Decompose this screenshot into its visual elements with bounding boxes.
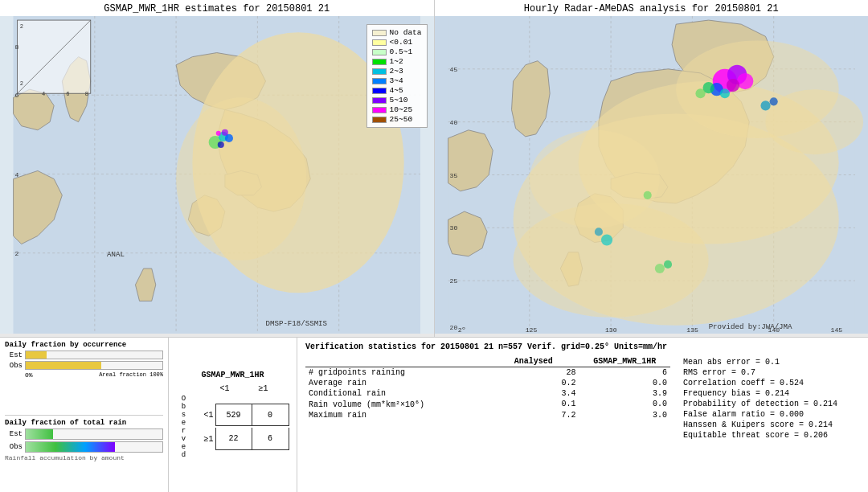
row-ge1-label: ≥1 — [194, 435, 214, 444]
legend-box: No data <0.01 0.5~1 1~2 — [366, 24, 428, 128]
stats-row-3: Rain volume (mm*km²×10⁶)0.10.0 — [305, 399, 670, 410]
legend-color-lt001 — [372, 39, 387, 46]
left-map-area: 2 2 4 6 8 8 6 4 2 ANAL DMSP-F18/SSMIS — [0, 16, 434, 334]
legend-label-2-3: 2~3 — [390, 67, 403, 76]
cell-lt1-lt1: 529 — [215, 404, 252, 426]
right-map-area: 45 40 35 30 25 20 125 130 135 140 145 2º… — [435, 16, 869, 334]
right-map-title: Hourly Radar-AMeDAS analysis for 2015080… — [435, 0, 869, 16]
occurrence-chart-title: Daily fraction by occurrence — [5, 341, 163, 349]
legend-label-4-5: 4~5 — [390, 86, 403, 95]
svg-text:125: 125 — [525, 326, 537, 334]
est-occurrence-bar — [25, 351, 163, 359]
obs-vertical-v: v — [182, 435, 186, 443]
right-stat-6: Hanssen & Kuipers score = 0.214 — [683, 420, 860, 429]
est-rain-label: Est — [5, 430, 23, 438]
bottom-row: Daily fraction by occurrence Est Obs 0% … — [0, 338, 868, 492]
legend-2-3: 2~3 — [372, 67, 422, 76]
legend-4-5: 4~5 — [372, 86, 422, 95]
svg-text:8: 8 — [15, 43, 19, 51]
col-ge1-header: ≥1 — [244, 384, 283, 393]
stats-col-anal-header: Analysed — [488, 356, 579, 367]
right-stat-7: Equitable threat score = 0.206 — [683, 431, 860, 440]
obs-occurrence-row: Obs — [5, 361, 163, 370]
legend-color-10-25 — [372, 107, 387, 113]
col-lt1-header: <1 — [206, 384, 244, 393]
svg-text:2: 2 — [15, 250, 19, 257]
svg-point-48 — [726, 79, 739, 92]
stats-row-1: Average rain0.20.0 — [305, 378, 670, 388]
legend-color-05-1 — [372, 49, 387, 55]
svg-text:6: 6 — [66, 91, 69, 97]
svg-text:2: 2 — [20, 80, 23, 87]
stats-row-anal-1: 0.2 — [488, 378, 579, 388]
legend-no-data: No data — [372, 28, 422, 37]
obs-vertical-e: e — [182, 419, 186, 427]
svg-text:8: 8 — [85, 91, 88, 97]
right-stat-5: False alarm ratio = 0.000 — [683, 410, 860, 419]
right-stat-1: RMS error = 0.7 — [683, 368, 860, 377]
svg-text:135: 135 — [686, 326, 698, 334]
rain-chart-section: Daily fraction of total rain Est Obs Rai… — [5, 419, 163, 490]
legend-05-1: 0.5~1 — [372, 47, 422, 56]
svg-point-53 — [760, 100, 770, 110]
svg-text:2º: 2º — [457, 326, 465, 334]
right-map-svg: 45 40 35 30 25 20 125 130 135 140 145 2º… — [435, 16, 869, 334]
obs-vertical-s: s — [182, 411, 186, 419]
obs-rain-bar — [25, 441, 163, 453]
legend-1-2: 1~2 — [372, 57, 422, 66]
stats-row-label-1: Average rain — [305, 378, 488, 388]
legend-lt001: <0.01 — [372, 38, 422, 47]
left-map-title: GSMAP_MWR_1HR estimates for 20150801 21 — [0, 0, 434, 16]
legend-label-25-50: 25~50 — [390, 115, 413, 124]
svg-text:4: 4 — [42, 91, 45, 97]
svg-point-50 — [719, 88, 729, 98]
obs-vertical-o: O — [182, 395, 186, 403]
obs-occurrence-bar — [25, 361, 163, 370]
stats-row-gsmap-0: 6 — [579, 367, 671, 378]
svg-text:25: 25 — [449, 277, 457, 285]
svg-point-42 — [529, 130, 659, 228]
right-stat-0: Mean abs error = 0.1 — [683, 358, 860, 367]
legend-color-4-5 — [372, 88, 387, 94]
stats-title: Verification statistics for 20150801 21 … — [305, 342, 860, 351]
obs-rain-label: Obs — [5, 443, 23, 451]
svg-text:145: 145 — [830, 326, 842, 334]
svg-point-57 — [643, 191, 651, 199]
rain-chart-title: Daily fraction of total rain — [5, 419, 163, 427]
cell-ge1-ge1: 6 — [252, 428, 289, 450]
stats-header-row: Analysed GSMAP_MWR_1HR — [305, 356, 670, 367]
est-rain-bar-inner — [26, 429, 53, 439]
svg-text:40: 40 — [449, 119, 457, 126]
bottom-stats-section: Verification statistics for 20150801 21 … — [297, 338, 868, 492]
est-rain-bar — [25, 428, 163, 440]
legend-label-3-4: 3~4 — [390, 76, 403, 85]
legend-25-50: 25~50 — [372, 115, 422, 124]
svg-point-9 — [176, 97, 306, 260]
stats-row-0: # gridpoints raining286 — [305, 367, 670, 378]
legend-color-2-3 — [372, 68, 387, 75]
stats-row-label-3: Rain volume (mm*km²×10⁶) — [305, 399, 488, 410]
legend-label-5-10: 5~10 — [390, 96, 408, 105]
svg-point-55 — [600, 234, 612, 245]
right-stat-2: Correlation coeff = 0.524 — [683, 379, 860, 387]
est-occurrence-bar-inner — [26, 351, 47, 359]
obs-rain-row: Obs — [5, 441, 163, 453]
svg-text:35: 35 — [449, 172, 457, 179]
axis-0pct: 0% — [25, 371, 33, 379]
svg-text:20: 20 — [449, 324, 457, 331]
obs-rain-bar-inner — [26, 442, 115, 452]
stats-row-4: Maximum rain7.23.0 — [305, 410, 670, 420]
right-stat-3: Frequency bias = 0.214 — [683, 389, 860, 398]
occurrence-chart-section: Daily fraction by occurrence Est Obs 0% … — [5, 341, 163, 412]
contingency-table-title: GSMAP_MWR_1HR — [201, 371, 264, 379]
left-map-panel: GSMAP_MWR_1HR estimates for 20150801 21 — [0, 0, 435, 337]
legend-label-lt001: <0.01 — [390, 38, 413, 47]
axis-100pct: Areal fraction 100% — [99, 371, 163, 379]
stats-grid: Analysed GSMAP_MWR_1HR # gridpoints rain… — [305, 356, 860, 487]
obs-label: Obs — [5, 362, 23, 370]
legend-color-25-50 — [372, 117, 387, 123]
legend-label-10-25: 10~25 — [390, 105, 413, 114]
stats-row-anal-0: 28 — [488, 367, 579, 378]
svg-point-15 — [216, 131, 221, 136]
row-lt1-label: <1 — [194, 411, 214, 420]
